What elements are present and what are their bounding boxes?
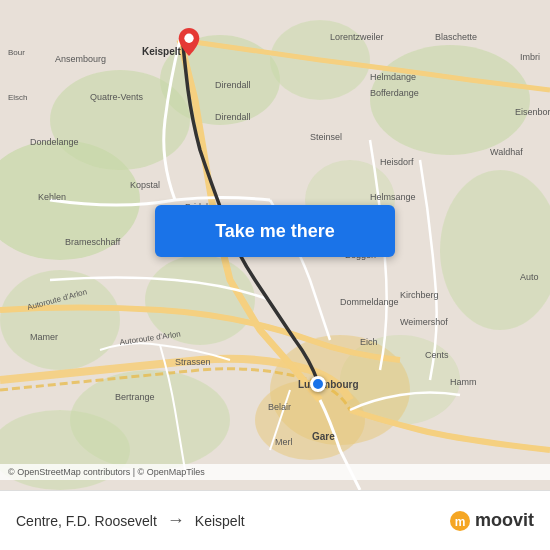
svg-text:Helmsange: Helmsange: [370, 192, 416, 202]
route-to: Keispelt: [195, 513, 245, 529]
moovit-icon: m: [449, 510, 471, 532]
svg-text:Luxembourg: Luxembourg: [298, 379, 359, 390]
svg-text:Weimershof: Weimershof: [400, 317, 448, 327]
svg-text:Imbri: Imbri: [520, 52, 540, 62]
svg-point-5: [370, 45, 530, 155]
svg-text:Kirchberg: Kirchberg: [400, 290, 439, 300]
svg-text:m: m: [455, 515, 466, 529]
bottom-bar: Centre, F.D. Roosevelt → Keispelt m moov…: [0, 490, 550, 550]
svg-text:Eisenbor: Eisenbor: [515, 107, 550, 117]
svg-text:Quatre-Vents: Quatre-Vents: [90, 92, 144, 102]
svg-text:Waldhaf: Waldhaf: [490, 147, 523, 157]
svg-text:Blaschette: Blaschette: [435, 32, 477, 42]
origin-dot: [310, 376, 326, 392]
svg-point-56: [184, 34, 193, 43]
svg-text:© OpenStreetMap contributors |: © OpenStreetMap contributors | © OpenMap…: [8, 467, 205, 477]
take-me-there-button[interactable]: Take me there: [155, 205, 395, 257]
svg-text:Merl: Merl: [275, 437, 293, 447]
svg-text:Direndall: Direndall: [215, 112, 251, 122]
svg-text:Kopstal: Kopstal: [130, 180, 160, 190]
take-me-there-label: Take me there: [215, 221, 335, 242]
svg-text:Mamer: Mamer: [30, 332, 58, 342]
route-arrow: →: [167, 510, 185, 531]
svg-text:Dommeldange: Dommeldange: [340, 297, 399, 307]
svg-point-7: [0, 270, 120, 370]
svg-text:Belair: Belair: [268, 402, 291, 412]
svg-text:Kehlen: Kehlen: [38, 192, 66, 202]
svg-text:Keispelt: Keispelt: [142, 46, 182, 57]
svg-text:Eich: Eich: [360, 337, 378, 347]
svg-text:Bofferdange: Bofferdange: [370, 88, 419, 98]
svg-text:Strassen: Strassen: [175, 357, 211, 367]
destination-pin: [178, 28, 200, 56]
svg-text:Ansembourg: Ansembourg: [55, 54, 106, 64]
svg-text:Dondelange: Dondelange: [30, 137, 79, 147]
svg-text:Helmdange: Helmdange: [370, 72, 416, 82]
svg-text:Gare: Gare: [312, 431, 335, 442]
moovit-logo: m moovit: [449, 510, 534, 532]
route-from: Centre, F.D. Roosevelt: [16, 513, 157, 529]
svg-text:Heisdorf: Heisdorf: [380, 157, 414, 167]
svg-text:Direndall: Direndall: [215, 80, 251, 90]
svg-text:Hamm: Hamm: [450, 377, 477, 387]
svg-text:Lorentzweiler: Lorentzweiler: [330, 32, 384, 42]
map-container: Ansembourg Bour Elsch Dondelange Kehlen …: [0, 0, 550, 490]
svg-text:Auto: Auto: [520, 272, 539, 282]
svg-text:Bour: Bour: [8, 48, 25, 57]
svg-text:Brameschhaff: Brameschhaff: [65, 237, 121, 247]
svg-text:Elsch: Elsch: [8, 93, 28, 102]
svg-text:Steinsel: Steinsel: [310, 132, 342, 142]
svg-text:Bertrange: Bertrange: [115, 392, 155, 402]
svg-text:Cents: Cents: [425, 350, 449, 360]
moovit-text: moovit: [475, 510, 534, 531]
